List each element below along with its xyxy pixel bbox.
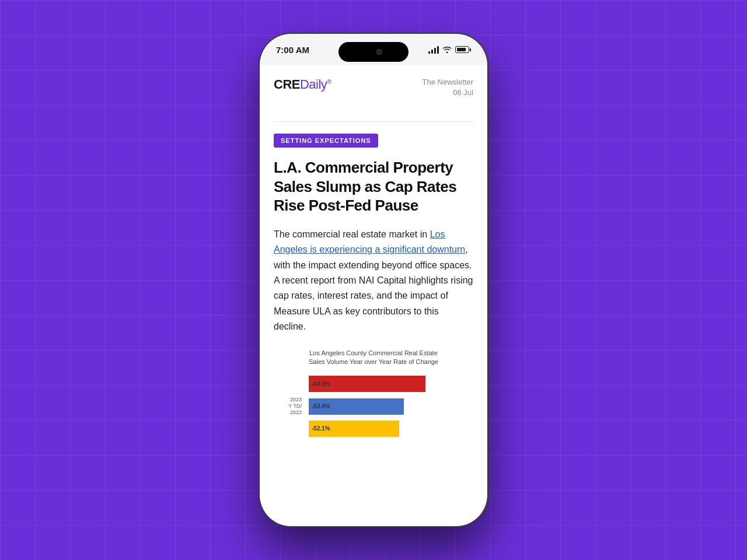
chart-bar-row-3: -52.1%: [302, 421, 473, 437]
phone-shell: 7:00 AM: [260, 34, 487, 526]
newsletter-label: The Newsletter: [423, 77, 473, 88]
article-body: The commercial real estate market in Los…: [274, 227, 473, 335]
battery-icon: [455, 46, 471, 53]
chart-bar-value-3: -52.1%: [312, 425, 330, 432]
chart-bar-2: -53.4%: [309, 398, 404, 415]
chart-bar-row-2: 2023Y TD/2022 -53.4%: [302, 397, 473, 415]
logo-reg: ®: [327, 78, 331, 85]
screen[interactable]: CREDaily® The Newsletter 06 Jul SETTING …: [260, 65, 487, 526]
article-body-before-link: The commercial real estate market in: [274, 229, 430, 239]
logo-daily: Daily: [300, 77, 327, 92]
chart-bar-1: -64.9%: [309, 376, 425, 392]
status-icons: [428, 46, 471, 54]
category-badge: SETTING EXPECTATIONS: [274, 134, 378, 148]
newsletter-date: 06 Jul: [423, 88, 473, 98]
newsletter-header: CREDaily® The Newsletter 06 Jul: [274, 77, 473, 107]
article-title: L.A. Commercial Property Sales Slump as …: [274, 158, 473, 215]
camera-dot: [376, 49, 382, 55]
chart-bar-value-1: -64.9%: [312, 381, 330, 387]
chart-title: Los Angeles County Commercial Real Estat…: [274, 349, 473, 367]
chart-bar-row-1: -64.9%: [302, 376, 473, 392]
chart-bar-value-2: -53.4%: [312, 403, 330, 410]
newsletter-meta: The Newsletter 06 Jul: [423, 77, 473, 98]
chart-section: Los Angeles County Commercial Real Estat…: [274, 349, 473, 437]
chart-title-line2: Sales Volume Year over Year Rate of Chan…: [309, 358, 438, 365]
chart-container: -64.9% 2023Y TD/2022 -53.4% -: [274, 376, 473, 436]
logo: CREDaily®: [274, 77, 331, 92]
chart-bar-3: -52.1%: [309, 421, 399, 437]
logo-cre: CRE: [274, 77, 300, 92]
dynamic-island: [338, 42, 409, 62]
article-content: CREDaily® The Newsletter 06 Jul SETTING …: [260, 65, 487, 526]
wifi-icon: [442, 46, 452, 53]
status-time: 7:00 AM: [276, 45, 309, 55]
signal-icon: [428, 46, 439, 54]
chart-title-line1: Los Angeles County Commercial Real Estat…: [309, 349, 438, 356]
header-divider: [274, 121, 473, 122]
chart-bar-label-2: 2023Y TD/2022: [274, 397, 302, 415]
article-body-after-link: , with the impact extending beyond offic…: [274, 244, 473, 331]
